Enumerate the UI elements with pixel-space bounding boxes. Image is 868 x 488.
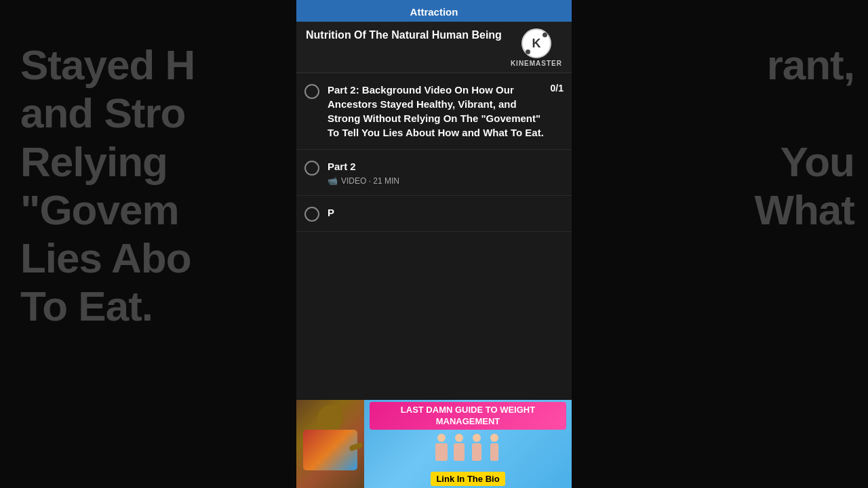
bg-right-line-2 — [583, 89, 854, 137]
figure-2 — [452, 434, 467, 468]
item-content-3: P — [328, 205, 564, 220]
content-list[interactable]: Part 2: Background Video On How Our Ance… — [296, 73, 572, 400]
header-title: Attraction — [410, 6, 458, 18]
bg-line-1: Stayed H — [20, 41, 285, 89]
course-title-section: Nutrition Of The Natural Human Being K K… — [296, 22, 572, 73]
radio-circle-3[interactable] — [304, 207, 319, 222]
bg-right-line-3: You — [583, 138, 854, 186]
figure-body-1 — [435, 443, 448, 461]
person-head — [317, 405, 343, 431]
figure-1 — [434, 434, 449, 468]
person-shirt — [303, 430, 357, 470]
figure-head-4 — [490, 434, 498, 442]
background-text-left: Stayed H and Stro Relying "Govem Lies Ab… — [0, 0, 298, 488]
main-panel: Attraction Nutrition Of The Natural Huma… — [296, 0, 572, 488]
background-text-right: rant, You What — [570, 0, 868, 488]
figure-4 — [487, 434, 502, 468]
bg-line-5: Lies Abo — [20, 234, 285, 282]
bg-right-line-4: What — [583, 186, 854, 234]
figure-body-2 — [454, 443, 465, 461]
bg-line-6: To Eat. — [20, 282, 285, 330]
course-title: Nutrition Of The Natural Human Being — [306, 28, 504, 43]
item-meta-text-2: VIDEO · 21 MIN — [341, 176, 399, 186]
radio-circle-1[interactable] — [304, 84, 319, 99]
kinemaster-icon: K — [521, 28, 551, 58]
bg-line-3: Relying — [20, 138, 285, 186]
bg-line-2: and Stro — [20, 89, 285, 137]
list-item-3[interactable]: P — [296, 196, 572, 232]
kinemaster-k-letter: K — [532, 37, 540, 51]
figure-head-2 — [455, 434, 463, 442]
banner-figures — [434, 434, 502, 468]
item-title-2: Part 2 — [328, 159, 564, 174]
item-content-2: Part 2 📹 VIDEO · 21 MIN — [328, 159, 564, 186]
header-bar: Attraction — [296, 0, 572, 22]
bg-right-line-1: rant, — [583, 41, 854, 89]
banner-title-bg: LAST DAMN GUIDE TO WEIGHT MANAGEMENT — [370, 402, 566, 430]
banner-text-area: LAST DAMN GUIDE TO WEIGHT MANAGEMENT — [364, 400, 572, 488]
item-meta-2: 📹 VIDEO · 21 MIN — [328, 176, 564, 186]
kinemaster-logo: K KINEMASTER — [511, 28, 562, 67]
figure-3 — [469, 434, 484, 468]
banner-link[interactable]: Link In The Bio — [431, 472, 505, 486]
banner-title: LAST DAMN GUIDE TO WEIGHT MANAGEMENT — [375, 405, 561, 428]
figure-head-3 — [473, 434, 481, 442]
radio-circle-2[interactable] — [304, 161, 319, 176]
figure-head-1 — [437, 434, 446, 442]
figure-body-3 — [472, 443, 481, 461]
kinemaster-label: KINEMASTER — [511, 60, 562, 67]
figure-body-4 — [490, 443, 498, 461]
item-title-3: P — [328, 205, 564, 220]
bg-line-4: "Govem — [20, 186, 285, 234]
banner-person — [296, 400, 364, 488]
list-item-2[interactable]: Part 2 📹 VIDEO · 21 MIN — [296, 150, 572, 196]
item-count-1: 0/1 — [551, 83, 564, 94]
item-content-1: Part 2: Background Video On How Our Ance… — [328, 83, 551, 140]
item-title-1: Part 2: Background Video On How Our Ance… — [328, 83, 551, 140]
video-icon: 📹 — [328, 176, 338, 186]
list-item-1[interactable]: Part 2: Background Video On How Our Ance… — [296, 73, 572, 150]
bottom-banner[interactable]: LAST DAMN GUIDE TO WEIGHT MANAGEMENT — [296, 400, 572, 488]
bg-right-line-5 — [583, 234, 854, 282]
